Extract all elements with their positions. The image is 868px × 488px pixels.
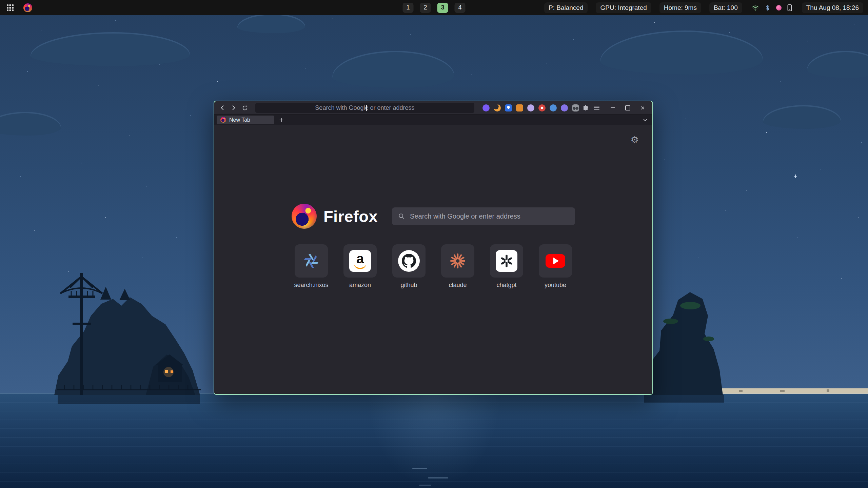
clock: Thu Aug 08, 18:26 [802,2,863,13]
workspace-button-1[interactable]: 1 [403,3,414,13]
workspace-button-3[interactable]: 3 [437,3,448,13]
shortcut-github[interactable]: github [389,244,429,289]
extension-button-7[interactable] [550,104,557,111]
shortcut-chatgpt[interactable]: chatgpt [486,244,527,289]
tab-bar: New Tab [214,115,652,125]
chevron-left-icon [219,104,226,111]
reload-icon [242,105,248,111]
back-button[interactable] [218,103,228,113]
shortcut-label: claude [449,282,467,289]
extension-button-6[interactable] [538,104,546,111]
shortcut-claude[interactable]: claude [437,244,478,289]
extension-buttons [482,104,579,111]
gpu-status: GPU: Integrated [596,2,651,13]
close-button[interactable] [637,103,648,112]
shortcut-label: chatgpt [496,282,516,289]
extension-button-8[interactable] [561,104,568,111]
maximize-icon [625,105,630,110]
firefox-window: New Tab ⚙ Firefox [214,101,653,395]
workspace-button-2[interactable]: 2 [420,3,431,13]
amazon-icon: a [349,250,371,272]
extension-button-2[interactable] [494,104,501,111]
reload-button[interactable] [240,103,250,113]
shortcut-youtube[interactable]: youtube [535,244,576,289]
newtab-hero: Firefox [214,204,652,229]
text-caret [366,105,367,111]
firefox-wordmark: Firefox [323,207,378,226]
chevron-right-icon [230,104,237,111]
extensions-menu-button[interactable] [580,103,590,113]
forward-button[interactable] [229,103,239,113]
battery-status: Bat: 100 [709,2,742,13]
bluetooth-icon[interactable] [765,4,771,11]
youtube-icon [546,254,565,268]
network-latency-status: Home: 9ms [659,2,701,13]
shortcut-label: amazon [349,282,371,289]
wifi-icon[interactable] [752,4,759,12]
phone-icon[interactable] [787,4,792,12]
extension-button-5[interactable] [527,104,534,111]
hamburger-icon [594,106,599,110]
top-bar: 1 2 3 4 P: Balanced GPU: Integrated Home… [0,0,868,15]
firefox-logo [292,204,317,229]
newtab-search-input[interactable] [409,212,569,221]
extension-button-1[interactable] [482,104,490,111]
power-profile-status: P: Balanced [544,2,588,13]
workspace-switcher: 1 2 3 4 [403,0,466,15]
firefox-favicon [220,117,226,123]
indicator-dot-icon[interactable] [776,5,782,11]
close-icon [640,105,645,110]
firefox-launcher-button[interactable] [22,2,33,13]
extension-button-9[interactable] [572,104,579,111]
tab-title: New Tab [229,117,250,123]
shortcut-label: github [400,282,417,289]
search-icon [398,213,405,220]
shortcut-amazon[interactable]: a amazon [340,244,380,289]
system-tray [750,4,794,12]
address-input[interactable] [255,104,475,112]
shortcuts-grid: search.nixos a amazon [214,244,652,289]
shortcut-search-nixos[interactable]: search.nixos [291,244,332,289]
shortcut-label: search.nixos [294,282,328,289]
new-tab-page: ⚙ Firefox [214,125,652,394]
extension-button-3[interactable] [505,104,512,111]
minimize-icon [611,107,615,108]
nixos-icon [303,253,319,269]
app-launcher-button[interactable] [5,2,16,13]
list-all-tabs-button[interactable] [640,116,650,124]
github-icon [398,250,420,272]
firefox-icon [23,3,32,12]
shortcut-label: youtube [545,282,566,289]
minimize-button[interactable] [608,103,618,112]
chatgpt-icon [496,250,517,272]
extension-button-4[interactable] [516,104,523,111]
workspace-button-4[interactable]: 4 [455,3,466,13]
apps-grid-icon [6,4,14,12]
navigation-toolbar [214,101,652,115]
tab-new-tab[interactable]: New Tab [217,116,274,124]
maximize-button[interactable] [623,103,633,112]
address-bar[interactable] [255,103,475,113]
new-tab-button[interactable] [277,116,286,124]
chevron-down-icon [642,117,648,123]
puzzle-icon [582,104,589,111]
window-controls [608,103,648,112]
plus-icon [279,117,284,123]
newtab-search-bar[interactable] [392,207,575,225]
settings-gear-button[interactable]: ⚙ [631,135,639,144]
app-menu-button[interactable] [592,103,601,113]
claude-icon [450,253,466,269]
